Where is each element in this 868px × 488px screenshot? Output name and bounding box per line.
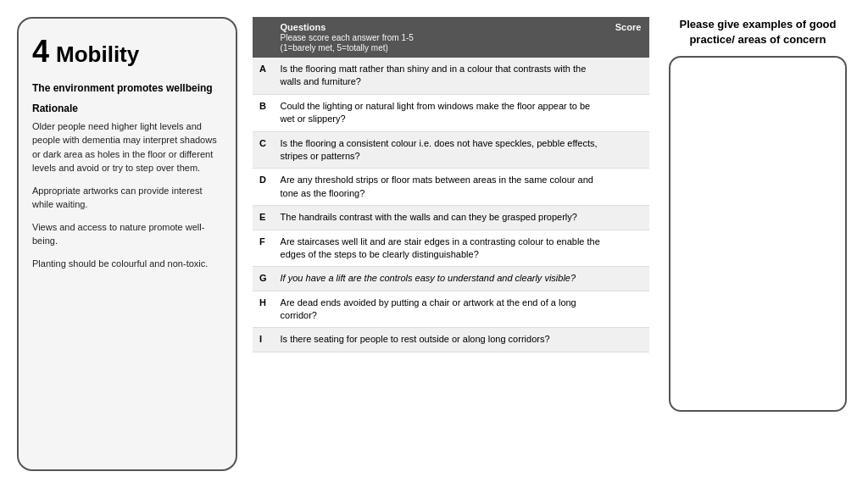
table-row: EThe handrails contrast with the walls a…	[253, 206, 649, 230]
table-row: GIf you have a lift are the controls eas…	[253, 267, 649, 291]
table-row: AIs the flooring matt rather than shiny …	[253, 58, 649, 94]
rationale-heading: Rationale	[32, 103, 222, 114]
header-questions-sub: Please score each answer from 1-5(1=bare…	[281, 33, 414, 53]
row-question: If you have a lift are the controls easy…	[274, 267, 607, 291]
table-header-row: Questions Please score each answer from …	[253, 17, 649, 58]
table-row: DAre any threshold strips or floor mats …	[253, 169, 649, 206]
row-question: Is the flooring a consistent colour i.e.…	[274, 131, 607, 169]
row-question: Are dead ends avoided by putting a chair…	[274, 291, 607, 328]
row-letter: E	[253, 206, 274, 230]
row-score	[607, 169, 649, 206]
row-letter: I	[253, 328, 274, 352]
rationale-para-4: Planting should be colourful and non-tox…	[32, 257, 222, 271]
rationale-para-1: Older people need higher light levels an…	[32, 119, 222, 175]
row-score	[607, 328, 649, 352]
rationale-para-3: Views and access to nature promote well-…	[32, 220, 222, 248]
row-question: The handrails contrast with the walls an…	[274, 206, 607, 230]
right-panel: Please give examples of good practice/ a…	[665, 17, 851, 412]
row-letter: D	[253, 169, 274, 206]
row-question: Could the lighting or natural light from…	[274, 94, 607, 131]
table-row: IIs there seating for people to rest out…	[253, 328, 649, 352]
rationale-para-2: Appropriate artworks can provide interes…	[32, 184, 222, 212]
row-question: Are any threshold strips or floor mats b…	[274, 169, 607, 206]
row-score	[607, 267, 649, 291]
table-row: FAre staircases well lit and are stair e…	[253, 230, 649, 267]
row-score	[607, 94, 649, 131]
row-score	[607, 206, 649, 230]
section-number: 4	[32, 34, 49, 69]
questions-table: Questions Please score each answer from …	[253, 17, 649, 352]
row-score	[607, 291, 649, 328]
subtitle: The environment promotes wellbeing	[32, 81, 222, 96]
header-questions-main: Questions	[281, 22, 326, 32]
table-row: CIs the flooring a consistent colour i.e…	[253, 131, 649, 169]
row-letter: F	[253, 230, 274, 267]
right-panel-box[interactable]	[669, 56, 847, 412]
row-question: Are staircases well lit and are stair ed…	[274, 230, 607, 267]
section-title: Mobility	[56, 42, 139, 68]
right-panel-title: Please give examples of good practice/ a…	[665, 17, 851, 47]
left-panel: 4 Mobility The environment promotes well…	[17, 17, 237, 471]
header-score: Score	[607, 17, 649, 58]
middle-panel: Questions Please score each answer from …	[253, 17, 649, 352]
table-row: BCould the lighting or natural light fro…	[253, 94, 649, 131]
row-letter: G	[253, 267, 274, 291]
row-letter: A	[253, 58, 274, 94]
row-score	[607, 131, 649, 169]
row-score	[607, 230, 649, 267]
row-letter: B	[253, 94, 274, 131]
row-question: Is there seating for people to rest outs…	[274, 328, 607, 352]
table-row: HAre dead ends avoided by putting a chai…	[253, 291, 649, 328]
header-blank	[253, 17, 274, 58]
section-header: 4 Mobility	[32, 34, 222, 69]
row-question: Is the flooring matt rather than shiny a…	[274, 58, 607, 94]
header-questions: Questions Please score each answer from …	[274, 17, 607, 58]
row-letter: H	[253, 291, 274, 328]
row-letter: C	[253, 131, 274, 169]
row-score	[607, 58, 649, 94]
